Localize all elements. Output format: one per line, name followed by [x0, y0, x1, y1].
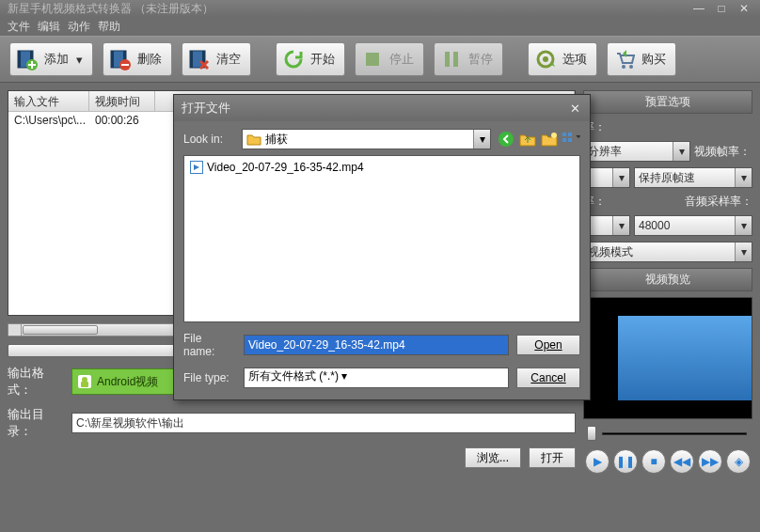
new-folder-icon[interactable]	[540, 130, 559, 149]
menu-edit[interactable]: 编辑	[38, 19, 60, 34]
video-mode-select[interactable]: 视频模式▾	[583, 242, 752, 262]
svg-point-17	[629, 65, 633, 69]
svg-point-15	[543, 56, 548, 62]
pause-button[interactable]: 暂停	[434, 42, 503, 76]
col-duration[interactable]: 视频时间	[89, 91, 155, 111]
open-button[interactable]: Open	[516, 335, 580, 355]
open-dir-button[interactable]: 打开	[529, 447, 576, 468]
file-list[interactable]: Video_20-07-29_16-35-42.mp4	[183, 155, 580, 322]
video-file-icon	[190, 161, 203, 174]
add-button[interactable]: 添加▾	[9, 42, 93, 76]
dropdown-arrow-icon: ▾	[76, 53, 83, 67]
chevron-down-icon: ▾	[612, 168, 629, 187]
pause-button[interactable]: ❚❚	[613, 449, 638, 474]
next-button[interactable]: ▶▶	[698, 449, 722, 474]
delete-button[interactable]: 删除	[103, 42, 172, 76]
dialog-title: 打开文件	[182, 100, 230, 117]
filename-label: File name:	[183, 332, 236, 358]
svg-rect-27	[562, 138, 566, 142]
folder-icon	[246, 133, 261, 146]
dialog-close-icon[interactable]: ✕	[567, 101, 582, 116]
snapshot-button[interactable]: ◈	[726, 449, 751, 474]
svg-point-16	[622, 65, 625, 69]
stop-button[interactable]: 停止	[355, 42, 424, 76]
seek-slider[interactable]	[583, 429, 752, 438]
preset-panel-title: 预置选项	[583, 90, 752, 114]
clear-button[interactable]: 清空	[182, 42, 251, 76]
svg-rect-12	[445, 52, 450, 67]
stop-button[interactable]: ■	[641, 449, 666, 474]
pause-icon	[438, 46, 465, 72]
col-input[interactable]: 输入文件	[8, 91, 89, 111]
options-button[interactable]: 选项	[528, 42, 597, 76]
play-button[interactable]: ▶	[585, 449, 610, 474]
chevron-down-icon: ▾	[473, 130, 490, 149]
prev-button[interactable]: ◀◀	[670, 449, 694, 474]
film-clear-icon	[186, 46, 213, 72]
filetype-label: File type:	[183, 371, 236, 384]
chevron-down-icon: ▾	[735, 216, 752, 235]
chevron-down-icon: ▾	[341, 369, 347, 383]
svg-rect-5	[111, 51, 114, 68]
film-add-icon	[14, 46, 40, 72]
buy-button[interactable]: 购买	[607, 42, 676, 76]
chevron-down-icon: ▾	[612, 216, 629, 235]
video-preview	[583, 297, 752, 419]
fps-select[interactable]: 保持原帧速▾	[634, 167, 752, 188]
film-delete-icon	[107, 46, 134, 72]
lookin-select[interactable]: 捕获 ▾	[242, 129, 491, 149]
close-icon[interactable]: ✕	[736, 4, 752, 13]
svg-rect-28	[568, 138, 572, 142]
browse-button[interactable]: 浏览...	[465, 447, 521, 468]
filetype-select[interactable]: 所有文件格式 (*.*) ▾	[244, 368, 509, 388]
maximize-icon[interactable]: □	[713, 4, 730, 13]
output-dir-input[interactable]: C:\新星视频软件\输出	[71, 413, 576, 433]
svg-rect-20	[81, 382, 88, 387]
svg-rect-11	[366, 53, 379, 66]
cart-icon	[611, 46, 638, 72]
svg-rect-13	[453, 52, 458, 67]
menu-help[interactable]: 帮助	[98, 19, 120, 34]
stop-icon	[359, 46, 386, 72]
svg-rect-25	[562, 133, 566, 136]
svg-rect-26	[568, 133, 572, 136]
filename-input[interactable]	[244, 335, 509, 355]
chevron-down-icon: ▾	[673, 142, 689, 161]
svg-rect-9	[190, 51, 193, 68]
up-folder-icon[interactable]	[518, 130, 537, 149]
open-file-dialog: 打开文件 ✕ Look in: 捕获 ▾ Video_20-07-29_16-3…	[173, 94, 591, 400]
menu-file[interactable]: 文件	[8, 19, 30, 34]
back-icon[interactable]	[497, 130, 515, 149]
window-title: 新星手机视频格式转换器 （未注册版本）	[8, 1, 214, 17]
chevron-down-icon: ▾	[735, 168, 752, 187]
output-dir-label: 输出目录：	[8, 406, 66, 440]
svg-point-24	[551, 133, 557, 138]
output-format-label: 输出格式：	[8, 365, 66, 399]
list-item[interactable]: Video_20-07-29_16-35-42.mp4	[188, 160, 576, 175]
refresh-icon	[280, 46, 307, 72]
gear-icon	[532, 46, 559, 72]
cancel-button[interactable]: Cancel	[516, 368, 580, 388]
svg-point-23	[499, 132, 514, 147]
start-button[interactable]: 开始	[276, 42, 345, 76]
resolution-select[interactable]: 分辨率▾	[583, 141, 690, 162]
preview-panel-title: 视频预览	[583, 268, 752, 291]
lookin-label: Look in:	[183, 133, 236, 146]
minimize-icon[interactable]: —	[690, 4, 707, 13]
svg-rect-1	[18, 51, 21, 68]
chevron-down-icon: ▾	[735, 243, 752, 261]
menu-action[interactable]: 动作	[68, 19, 90, 34]
samplerate-select[interactable]: 48000▾	[634, 215, 752, 236]
view-menu-icon[interactable]	[562, 130, 580, 149]
android-icon	[76, 373, 93, 390]
